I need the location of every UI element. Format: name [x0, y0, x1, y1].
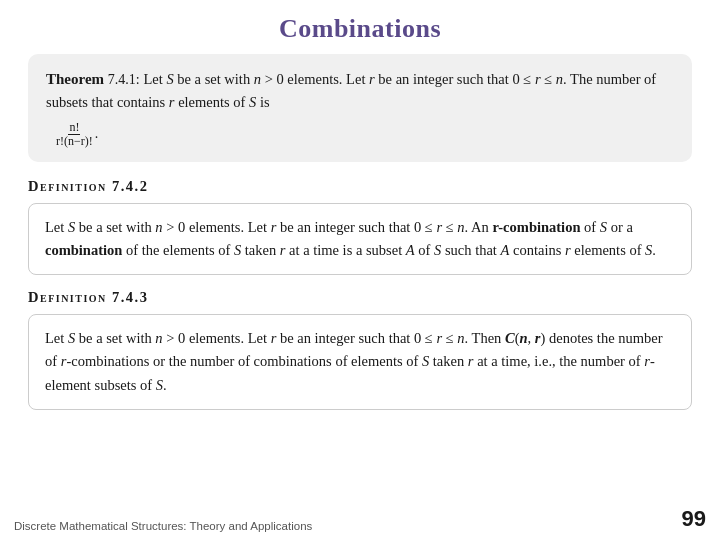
content-area: Theorem 7.4.1: Let S be a set with n > 0… [0, 54, 720, 410]
page-title: Combinations [0, 0, 720, 54]
theorem-formula-suffix: . [95, 123, 99, 145]
definition-1-text: Let S be a set with n > 0 elements. Let … [45, 219, 656, 258]
theorem-box: Theorem 7.4.1: Let S be a set with n > 0… [28, 54, 692, 162]
definition-2-header: Definition 7.4.3 [28, 289, 692, 306]
definition-2-text: Let S be a set with n > 0 elements. Let … [45, 330, 663, 392]
footer-page-number: 99 [682, 506, 706, 532]
definition-1-header: Definition 7.4.2 [28, 178, 692, 195]
theorem-label: Theorem [46, 71, 104, 87]
footer: Discrete Mathematical Structures: Theory… [14, 506, 706, 532]
definition-1-box: Let S be a set with n > 0 elements. Let … [28, 203, 692, 275]
footer-book-title: Discrete Mathematical Structures: Theory… [14, 520, 312, 532]
theorem-formula: n! r!(n−r)! [55, 121, 94, 148]
theorem-number: 7.4.1: [108, 72, 140, 87]
definition-2-box: Let S be a set with n > 0 elements. Let … [28, 314, 692, 410]
